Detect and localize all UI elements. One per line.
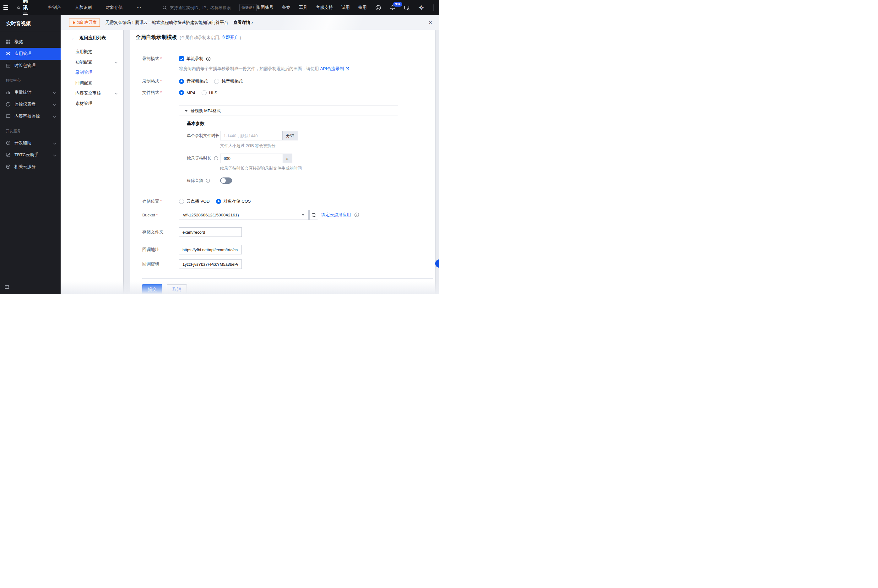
content-scrollbar[interactable]	[435, 30, 439, 294]
topbar-nav-icp[interactable]: 备案	[282, 5, 291, 10]
bind-vod-app-link[interactable]: 绑定云点播应用	[321, 212, 351, 218]
info-icon[interactable]	[206, 57, 211, 61]
topbar-nav-trial[interactable]: 试用	[341, 5, 350, 10]
topbar-nav-tools[interactable]: 工具	[299, 5, 307, 10]
subnav-scrollbar[interactable]	[123, 30, 130, 294]
layers-icon	[6, 51, 10, 56]
help-center-button[interactable]	[375, 5, 381, 10]
sidebar-collapse-button[interactable]	[4, 284, 9, 291]
radio-label: 纯音频格式	[222, 78, 243, 84]
api-mix-record-link[interactable]: API合流录制	[320, 66, 344, 72]
chevron-down-icon	[53, 104, 56, 106]
radio-audio-only-format[interactable]	[214, 79, 219, 84]
single-stream-checkbox[interactable]	[179, 56, 184, 61]
ai-assistant-button[interactable]	[418, 5, 424, 10]
radio-mp4[interactable]	[179, 90, 184, 95]
topbar-nav-face-recognition[interactable]: 人脸识别	[75, 5, 92, 10]
cancel-button[interactable]: 取消	[167, 284, 187, 294]
panel-header[interactable]: 音视频-MP4格式	[179, 106, 398, 116]
banner-badge[interactable]: 知识库开发	[69, 18, 100, 27]
search-icon	[162, 5, 167, 10]
page-title: 全局自动录制模板	[136, 34, 177, 41]
refresh-bucket-button[interactable]	[309, 210, 318, 220]
hamburger-menu-icon[interactable]	[3, 4, 8, 11]
subnav-item-app-overview[interactable]: 应用概览	[61, 46, 123, 57]
chevron-down-icon	[115, 62, 118, 63]
field-label-callback-key: 回调密钥	[136, 261, 179, 267]
callback-key-input[interactable]	[179, 260, 242, 269]
notifications-button[interactable]: 99+	[390, 5, 396, 10]
sidebar-item-trtc-assistant[interactable]: TRTC云助手	[0, 149, 61, 161]
label-text: 续录等待时长	[187, 156, 211, 161]
info-icon[interactable]	[214, 156, 218, 160]
bar-chart-icon	[6, 90, 10, 95]
back-to-app-list[interactable]: ← 返回应用列表	[61, 34, 123, 42]
sidebar-item-app-management[interactable]: 应用管理	[0, 48, 61, 60]
remove-audio-toggle[interactable]	[220, 177, 232, 184]
subnav-item-recording-management[interactable]: 录制管理	[61, 67, 123, 78]
topbar-nav-billing[interactable]: 费用	[358, 5, 367, 10]
topbar-nav-console[interactable]: 控制台	[42, 5, 61, 10]
field-label-file-format: 文件格式	[136, 90, 179, 96]
subnav-item-feature-config[interactable]: 功能配置	[61, 57, 123, 67]
subnav-item-label: 回调配置	[75, 80, 92, 86]
radio-label: 对象存储 COS	[223, 198, 251, 204]
topbar-nav-org-account[interactable]: 集团账号	[256, 5, 274, 10]
search-shortcut-hint: 快捷键 /	[239, 4, 256, 11]
sidebar-item-label: 内容审核监控	[15, 113, 40, 119]
subnav-item-material-management[interactable]: 素材管理	[61, 98, 123, 109]
sidebar-item-overview[interactable]: 概览	[0, 36, 61, 48]
resume-wait-help: 续录等待时长会直接影响录制文件生成的时间	[220, 165, 390, 171]
file-duration-help: 文件大小超过 2GB 将会被拆分	[220, 143, 390, 148]
sidebar-item-related-cloud-services[interactable]: 相关云服务	[0, 161, 61, 173]
console-settings-button[interactable]	[404, 5, 410, 10]
bucket-select[interactable]: yff-1252868612(1500042161)	[179, 210, 309, 220]
back-label: 返回应用列表	[79, 35, 106, 41]
grid-icon	[6, 39, 10, 44]
resume-wait-input[interactable]	[220, 154, 283, 163]
radio-hls[interactable]	[202, 90, 207, 95]
submit-button[interactable]: 提交	[142, 284, 162, 294]
topbar-right: 集团账号 备案 工具 客服支持 试用 费用 99+	[256, 3, 439, 12]
subnav-item-label: 素材管理	[75, 101, 92, 106]
info-icon[interactable]	[354, 212, 359, 218]
page-subtitle: (全局自动录制未启用, 立即开启 )	[180, 35, 241, 40]
info-icon[interactable]	[206, 178, 210, 183]
app-subnav: ← 返回应用列表 应用概览 功能配置 录制管理 回调配置 内容安全审核	[61, 30, 123, 294]
console-panel-icon	[404, 5, 410, 10]
sidebar-section-label: 数据中心	[0, 72, 61, 86]
promo-banner: 知识库开发 无需复杂编码！腾讯云一站式流程助你快速搭建智能知识问答平台 查看详情…	[61, 15, 439, 30]
sidebar-item-duration-packages[interactable]: 时长包管理	[0, 60, 61, 72]
sidebar-item-usage-stats[interactable]: 用量统计	[0, 86, 61, 98]
enable-now-link[interactable]: 立即开启	[222, 35, 239, 40]
callback-url-input[interactable]	[179, 245, 242, 254]
radio-cos[interactable]	[216, 199, 221, 204]
sidebar-item-dev-assist[interactable]: 开发辅助	[0, 137, 61, 149]
banner-details-link[interactable]: 查看详情 ›	[233, 20, 253, 26]
close-icon[interactable]: ×	[427, 20, 434, 26]
subnav-item-label: 录制管理	[75, 70, 92, 75]
flame-icon	[72, 21, 75, 24]
more-icon[interactable]: ⋯	[136, 5, 142, 10]
radio-av-format[interactable]	[179, 79, 184, 84]
subnav-item-callback-config[interactable]: 回调配置	[61, 78, 123, 88]
folder-input[interactable]	[179, 227, 242, 237]
sidebar-item-content-audit-monitor[interactable]: 内容审核监控	[0, 110, 61, 122]
radio-vod[interactable]	[179, 199, 184, 204]
field-label-callback-url: 回调地址	[136, 247, 179, 252]
search-input[interactable]	[170, 5, 237, 10]
sidebar-item-label: 相关云服务	[15, 164, 36, 170]
sidebar-item-label: 应用管理	[15, 51, 31, 57]
wrench-circle-icon	[6, 152, 10, 158]
file-duration-input[interactable]	[220, 131, 283, 140]
swirl-icon	[375, 5, 381, 10]
topbar-nav-support[interactable]: 客服支持	[316, 5, 333, 10]
subnav-item-label: 功能配置	[75, 59, 92, 65]
sidebar-section-label: 开发服务	[0, 122, 61, 137]
content-area: 全局自动录制模板 (全局自动录制未启用, 立即开启 ) 录制模式 单流录制	[130, 30, 435, 294]
sidebar-item-monitor-dashboard[interactable]: 监控仪表盘	[0, 98, 61, 110]
sparkle-icon	[418, 5, 424, 10]
panel-header-label: 音视频-MP4格式	[190, 108, 221, 114]
subnav-item-content-safety-audit[interactable]: 内容安全审核	[61, 88, 123, 98]
topbar-nav-object-storage[interactable]: 对象存储	[106, 5, 123, 10]
